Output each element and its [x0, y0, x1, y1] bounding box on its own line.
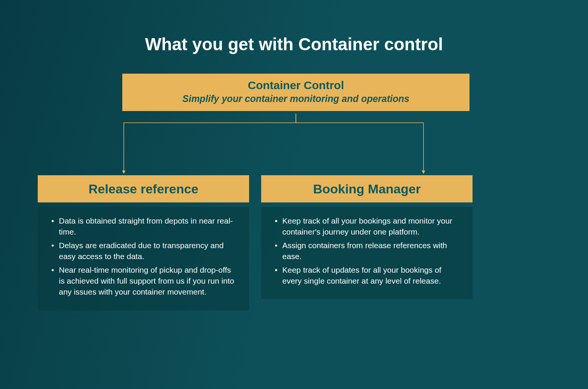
- feature-right-list: Keep track of all your bookings and moni…: [272, 215, 461, 286]
- feature-right-header: Booking Manager: [261, 175, 473, 202]
- feature-right-heading: Booking Manager: [313, 182, 420, 196]
- list-item: Data is obtained straight from depots in…: [59, 215, 238, 238]
- connector-lines: [0, 114, 588, 178]
- feature-right-body: Keep track of all your bookings and moni…: [261, 207, 473, 299]
- hero-heading: Container Control: [130, 79, 462, 92]
- list-item: Assign containers from release reference…: [282, 240, 461, 262]
- list-item: Keep track of updates for all your booki…: [282, 264, 461, 287]
- list-item: Keep track of all your bookings and moni…: [282, 215, 461, 238]
- hero-subtitle: Simplify your container monitoring and o…: [130, 93, 462, 104]
- list-item: Near real-time monitoring of pickup and …: [59, 264, 238, 298]
- hero-box: Container Control Simplify your containe…: [122, 74, 469, 111]
- feature-left-header: Release reference: [38, 175, 249, 202]
- page-title: What you get with Container control: [0, 34, 588, 54]
- feature-left-list: Data is obtained straight from depots in…: [49, 215, 238, 298]
- feature-left-body: Data is obtained straight from depots in…: [38, 207, 249, 310]
- feature-left-heading: Release reference: [88, 182, 198, 196]
- list-item: Delays are eradicated due to transparenc…: [59, 240, 238, 262]
- diagram-canvas: What you get with Container control Cont…: [0, 0, 588, 389]
